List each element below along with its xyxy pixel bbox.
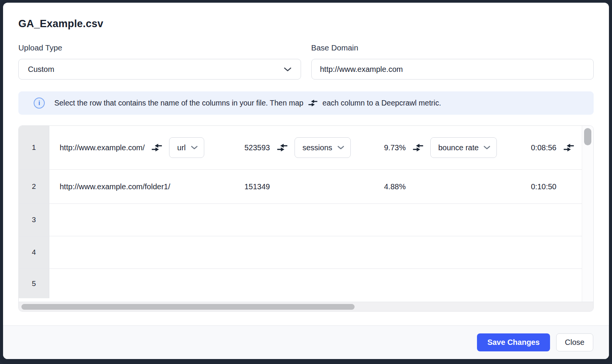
row-number[interactable]: 1 [19,126,49,169]
metric-dropdown-label: bounce rate [438,143,479,152]
map-arrows-icon [308,99,318,107]
cell-value: 151349 [244,182,270,191]
row-number[interactable]: 3 [19,204,49,236]
info-banner: i Select the row that contains the name … [18,91,594,115]
cell-value: 0:10:50 [531,182,557,191]
cell-value: 0:08:56 [531,143,557,152]
info-icon: i [34,98,45,109]
map-arrows-icon [563,143,575,152]
upload-type-select[interactable]: Custom [18,59,301,80]
row-content [49,204,582,236]
column-cell-sessions: 523593 sessions [244,137,384,158]
table-rows-area: 1 http://www.example.com/ url [19,126,582,302]
table-row[interactable]: 2 http://www.example.com/folder1/ 151349… [19,170,582,204]
column-cell-time: 0:08:56 [531,143,582,152]
chevron-down-icon [191,146,198,150]
upload-type-label: Upload Type [18,43,301,52]
base-domain-field: Base Domain [311,43,594,80]
modal-overlay: GA_Example.csv Upload Type Custom Base D… [0,0,612,364]
cell-value: http://www.example.com/ [60,143,145,152]
cell-value: 4.88% [384,182,406,191]
metric-dropdown-label: url [177,143,186,152]
base-domain-input[interactable] [311,59,594,80]
vertical-scrollbar-thumb[interactable] [584,128,591,145]
map-arrows-icon [277,143,288,152]
base-domain-label: Base Domain [311,43,594,52]
row-number[interactable]: 2 [19,170,49,203]
vertical-scrollbar[interactable] [582,126,593,302]
cell-value: http://www.example.com/folder1/ [60,182,170,191]
info-banner-text: Select the row that contains the name of… [54,99,441,107]
map-arrows-icon [151,143,163,152]
metric-dropdown-sessions[interactable]: sessions [295,137,351,158]
table-row[interactable]: 1 http://www.example.com/ url [19,126,582,170]
row-content [49,269,582,298]
cell-value: 9.73% [384,143,406,152]
chevron-down-icon [284,67,291,72]
chevron-down-icon [483,146,490,150]
close-button[interactable]: Close [556,333,593,351]
table-row[interactable]: 5 [19,269,582,298]
metric-dropdown-label: sessions [303,143,332,152]
upload-type-value: Custom [28,65,54,74]
column-cell-bounce-rate: 9.73% bounce rate [384,137,531,158]
fields-row: Upload Type Custom Base Domain [18,43,594,80]
upload-type-field: Upload Type Custom [18,43,301,80]
row-number[interactable]: 5 [19,269,49,298]
column-cell-url: http://www.example.com/ url [60,137,244,158]
save-changes-button[interactable]: Save Changes [477,333,550,351]
modal-title: GA_Example.csv [18,18,594,30]
row-number[interactable]: 4 [19,236,49,268]
info-text-after: each column to a Deepcrawl metric. [322,99,441,107]
row-content: http://www.example.com/ url [49,126,582,169]
table-row[interactable]: 4 [19,236,582,269]
row-content: http://www.example.com/folder1/ 151349 4… [49,170,582,203]
table-row[interactable]: 3 [19,204,582,236]
row-content [49,236,582,268]
modal-footer: Save Changes Close [3,325,609,359]
cell-value: 523593 [244,143,270,152]
metric-dropdown-url[interactable]: url [169,137,204,158]
horizontal-scrollbar-thumb[interactable] [21,304,355,310]
info-text-before: Select the row that contains the name of… [54,99,303,107]
csv-upload-modal: GA_Example.csv Upload Type Custom Base D… [3,3,609,359]
csv-preview-table: 1 http://www.example.com/ url [18,125,594,312]
horizontal-scrollbar[interactable] [19,302,593,311]
chevron-down-icon [337,146,344,150]
map-arrows-icon [412,143,424,152]
metric-dropdown-bounce-rate[interactable]: bounce rate [430,137,497,158]
